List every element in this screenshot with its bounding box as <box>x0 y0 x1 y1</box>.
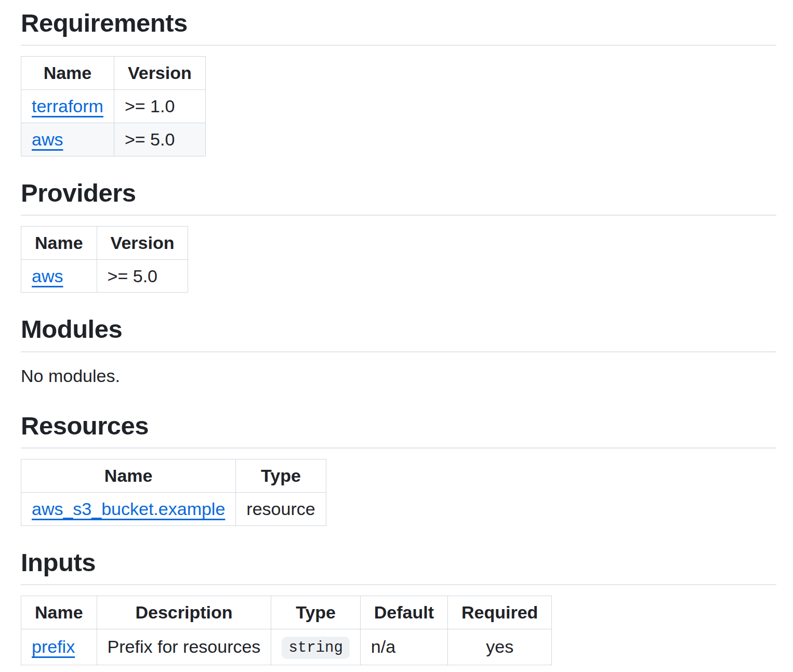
aws-s3-bucket-example-link[interactable]: aws_s3_bucket.example <box>32 499 225 519</box>
requirements-table: Name Version terraform >= 1.0 aws >= 5.0 <box>21 56 206 156</box>
provider-name-cell: aws <box>21 259 97 293</box>
section-inputs: Inputs Name Description Type Default Req… <box>21 547 776 665</box>
requirement-version-cell: >= 1.0 <box>114 90 205 123</box>
inputs-default-header: Default <box>360 596 447 629</box>
section-modules: Modules No modules. <box>21 313 776 389</box>
requirements-version-header: Version <box>114 57 205 90</box>
section-resources: Resources Name Type aws_s3_bucket.exampl… <box>21 410 776 526</box>
input-required-cell: yes <box>448 629 552 665</box>
requirements-header-row: Name Version <box>21 57 206 90</box>
requirement-version-cell: >= 5.0 <box>114 123 205 156</box>
table-row: prefix Prefix for resources string n/a y… <box>21 629 552 665</box>
resources-table: Name Type aws_s3_bucket.example resource <box>21 459 326 526</box>
resources-header-row: Name Type <box>21 459 326 492</box>
table-row: terraform >= 1.0 <box>21 90 206 123</box>
input-description-cell: Prefix for resources <box>97 629 271 665</box>
requirement-name-cell: aws <box>21 123 114 156</box>
no-modules-text: No modules. <box>21 363 776 389</box>
requirement-name-cell: terraform <box>21 90 114 123</box>
modules-title: Modules <box>21 313 776 352</box>
input-type-cell: string <box>271 629 360 665</box>
requirements-title: Requirements <box>21 7 776 46</box>
provider-version-cell: >= 5.0 <box>97 259 188 293</box>
resource-type-cell: resource <box>236 492 326 525</box>
inputs-table: Name Description Type Default Required p… <box>21 596 552 665</box>
inputs-description-header: Description <box>97 596 271 629</box>
requirements-name-header: Name <box>21 57 114 90</box>
aws-requirement-link[interactable]: aws <box>32 129 63 149</box>
table-row: aws >= 5.0 <box>21 259 188 293</box>
resources-type-header: Type <box>236 459 326 492</box>
terraform-docs-page: Requirements Name Version terraform >= 1… <box>0 0 793 672</box>
providers-version-header: Version <box>97 226 188 259</box>
type-code-badge: string <box>282 637 349 659</box>
providers-table: Name Version aws >= 5.0 <box>21 226 188 293</box>
inputs-required-header: Required <box>448 596 552 629</box>
terraform-link[interactable]: terraform <box>32 96 103 116</box>
providers-header-row: Name Version <box>21 226 188 259</box>
resources-title: Resources <box>21 410 776 449</box>
inputs-name-header: Name <box>21 596 97 629</box>
input-name-cell: prefix <box>21 629 97 665</box>
aws-provider-link[interactable]: aws <box>32 266 63 286</box>
table-row: aws >= 5.0 <box>21 123 206 156</box>
resources-name-header: Name <box>21 459 236 492</box>
input-default-cell: n/a <box>360 629 447 665</box>
section-requirements: Requirements Name Version terraform >= 1… <box>21 7 776 156</box>
providers-name-header: Name <box>21 226 97 259</box>
inputs-type-header: Type <box>271 596 360 629</box>
providers-title: Providers <box>21 177 776 216</box>
inputs-title: Inputs <box>21 547 776 585</box>
section-providers: Providers Name Version aws >= 5.0 <box>21 177 776 293</box>
resource-name-cell: aws_s3_bucket.example <box>21 492 236 525</box>
inputs-header-row: Name Description Type Default Required <box>21 596 552 629</box>
table-row: aws_s3_bucket.example resource <box>21 492 326 525</box>
prefix-link[interactable]: prefix <box>32 637 75 656</box>
